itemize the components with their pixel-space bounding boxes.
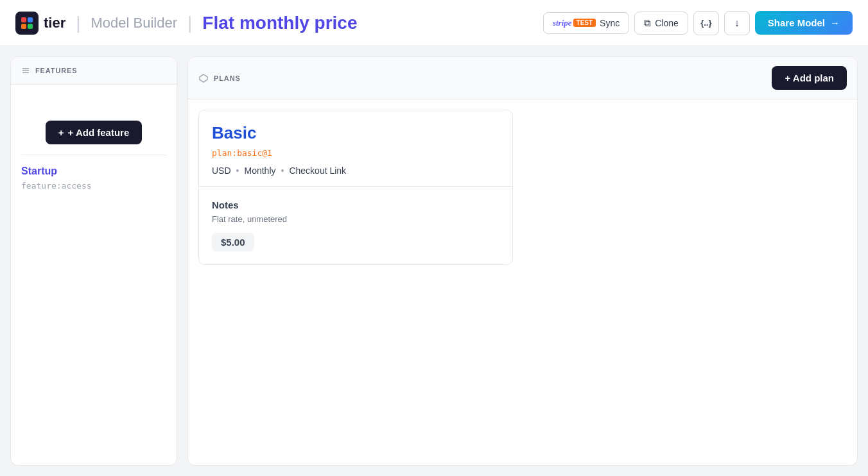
plan-name: Basic	[212, 123, 499, 143]
notes-desc: Flat rate, unmetered	[212, 214, 499, 224]
stripe-sync-button[interactable]: stripe TEST Sync	[543, 12, 629, 34]
separator-2: |	[187, 13, 192, 33]
clone-icon: ⧉	[644, 17, 651, 29]
add-feature-plus: +	[58, 127, 64, 138]
plan-card-header: Basic plan:basic@1 USD • Monthly • Check…	[199, 110, 512, 187]
plan-card-basic: Basic plan:basic@1 USD • Monthly • Check…	[198, 110, 513, 265]
sync-label: Sync	[600, 18, 620, 28]
add-feature-label: + Add feature	[68, 127, 130, 138]
notes-label: Notes	[212, 200, 499, 210]
separator-1: |	[76, 13, 80, 33]
dot-1: •	[236, 166, 239, 176]
share-arrow-icon: →	[830, 17, 840, 28]
model-builder-label: Model Builder	[91, 15, 178, 31]
features-label: FEATURES	[35, 67, 78, 74]
svg-rect-3	[28, 24, 33, 29]
plan-billing-period: Monthly	[244, 166, 275, 176]
page-title: Flat monthly price	[202, 13, 357, 33]
clone-button[interactable]: ⧉ Clone	[634, 12, 688, 35]
clone-label: Clone	[655, 18, 679, 28]
feature-name: Startup	[21, 166, 166, 177]
svg-rect-1	[28, 17, 33, 22]
plans-panel: PLANS + Add plan Basic plan:basic@1 USD …	[187, 56, 858, 466]
test-badge: TEST	[573, 19, 596, 27]
download-icon: ↓	[734, 17, 740, 29]
stripe-text: stripe	[553, 18, 572, 28]
download-button[interactable]: ↓	[724, 11, 750, 35]
svg-marker-7	[200, 74, 207, 82]
json-button[interactable]: {..}	[693, 11, 719, 35]
logo-wrap: tier	[15, 12, 65, 35]
header: tier | Model Builder | Flat monthly pric…	[0, 0, 868, 46]
price-tag: $5.00	[212, 233, 254, 251]
share-label: Share Model	[768, 17, 825, 28]
header-actions: stripe TEST Sync ⧉ Clone {..} ↓ Share Mo…	[543, 11, 853, 35]
stripe-label: stripe TEST	[553, 18, 596, 28]
features-panel-header: FEATURES	[11, 57, 177, 85]
feature-id: feature:access	[21, 181, 166, 191]
features-body: + + Add feature Startup feature:access	[11, 85, 177, 465]
share-model-button[interactable]: Share Model →	[755, 11, 853, 35]
plans-label: PLANS	[214, 74, 241, 82]
svg-rect-2	[21, 24, 26, 29]
plans-body: Basic plan:basic@1 USD • Monthly • Check…	[188, 99, 857, 465]
logo-icon	[15, 12, 39, 35]
plan-card-body: Notes Flat rate, unmetered $5.00	[199, 187, 512, 264]
plan-meta: USD • Monthly • Checkout Link	[212, 166, 499, 176]
main-content: FEATURES + + Add feature Startup feature…	[0, 46, 868, 476]
add-plan-button[interactable]: + Add plan	[772, 66, 847, 90]
plan-checkout: Checkout Link	[289, 166, 346, 176]
add-feature-button[interactable]: + + Add feature	[46, 121, 142, 144]
plan-currency: USD	[212, 166, 231, 176]
plans-header-left: PLANS	[198, 73, 241, 83]
feature-item: Startup feature:access	[21, 155, 166, 191]
plans-panel-header: PLANS + Add plan	[188, 57, 857, 99]
features-panel: FEATURES + + Add feature Startup feature…	[10, 56, 177, 466]
dot-2: •	[281, 166, 284, 176]
svg-rect-0	[21, 17, 26, 22]
add-plan-label: + Add plan	[785, 72, 834, 83]
plans-icon	[198, 73, 209, 83]
logo-text: tier	[44, 15, 65, 31]
plan-id: plan:basic@1	[212, 148, 499, 158]
json-label: {..}	[700, 18, 711, 28]
features-icon	[21, 66, 30, 75]
